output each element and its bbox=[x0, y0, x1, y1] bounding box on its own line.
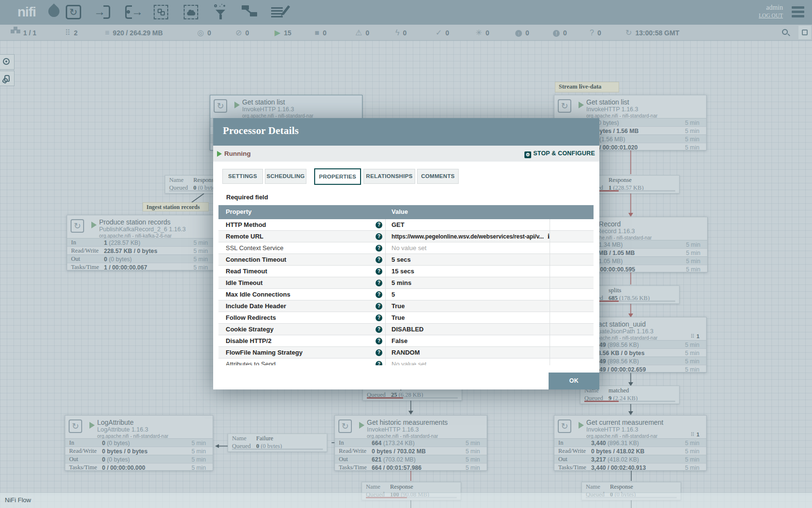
processor-type: InvokeHTTP 1.16.3 bbox=[367, 426, 419, 433]
property-row[interactable]: HTTP Method?GET bbox=[218, 219, 594, 231]
queued-icon: ≡ bbox=[105, 29, 109, 37]
connection-name: Response bbox=[609, 177, 632, 184]
property-value[interactable]: No value set bbox=[392, 244, 426, 252]
stop-and-configure-button[interactable]: ⚙STOP & CONFIGURE bbox=[524, 150, 595, 158]
property-row[interactable]: FlowFile Naming Strategy?RANDOM bbox=[218, 347, 594, 359]
property-row[interactable]: Connection Timeout?5 secs bbox=[218, 254, 594, 266]
processor-icon: ↻ bbox=[338, 419, 352, 433]
property-value[interactable]: DISABLED bbox=[392, 326, 423, 333]
processor-type: InvokeHTTP 1.16.3 bbox=[242, 106, 294, 113]
help-icon[interactable]: ? bbox=[376, 326, 382, 333]
property-name: Include Date Header bbox=[226, 302, 286, 310]
help-icon[interactable]: ? bbox=[376, 338, 382, 344]
processor[interactable]: ↻Produce station recordsPublishKafkaReco… bbox=[67, 215, 215, 270]
property-row[interactable]: Read Timeout?15 secs bbox=[218, 266, 594, 277]
stat-row: Out621 (703.02 MB)5 min bbox=[335, 455, 487, 463]
pan-button[interactable] bbox=[0, 71, 14, 86]
processor[interactable]: ↻Get current measurementInvokeHTTP 1.16.… bbox=[554, 415, 707, 471]
modified-stale-status: !0 bbox=[553, 25, 567, 41]
property-value[interactable]: GET bbox=[392, 221, 405, 228]
global-menu-icon[interactable] bbox=[792, 6, 804, 19]
template-icon[interactable] bbox=[241, 4, 259, 21]
property-row[interactable]: SSL Context Service?No value set bbox=[218, 242, 594, 254]
property-value[interactable]: No value set bbox=[392, 360, 426, 365]
up-to-date-status: ✓0 bbox=[435, 25, 449, 41]
stat-row: Read/Write0 bytes / 703.02 MB5 min bbox=[335, 447, 487, 455]
canvas-label[interactable]: Stream live-data bbox=[555, 82, 619, 92]
property-name: Cookie Strategy bbox=[226, 326, 274, 333]
running-icon bbox=[579, 422, 584, 429]
running-icon bbox=[89, 422, 95, 429]
invalid-icon: ⚠ bbox=[355, 29, 362, 37]
processor[interactable]: ↻Get historic measurementsInvokeHTTP 1.1… bbox=[334, 415, 487, 471]
property-value[interactable]: False bbox=[392, 337, 407, 344]
property-row[interactable]: Remote URL?https://www.pegelonline.wsv.d… bbox=[218, 231, 594, 242]
connection-name: Response bbox=[390, 483, 413, 491]
processor-icon[interactable]: ↻ bbox=[65, 4, 83, 21]
refresh-icon: ↻ bbox=[625, 29, 632, 37]
gear-icon: ⚙ bbox=[524, 151, 531, 158]
help-icon[interactable]: ? bbox=[376, 291, 382, 298]
bulletin-panel-button[interactable] bbox=[798, 26, 811, 39]
property-value[interactable]: 5 secs bbox=[392, 256, 411, 263]
canvas-label[interactable]: Ingest station records bbox=[143, 202, 209, 211]
tab-comments[interactable]: COMMENTS bbox=[417, 169, 459, 184]
property-row[interactable]: Attributes to Send?No value set bbox=[218, 359, 594, 365]
property-row[interactable]: Disable HTTP/2?False bbox=[218, 335, 594, 347]
breadcrumb[interactable]: NiFi Flow bbox=[5, 496, 31, 504]
birdseye-button[interactable] bbox=[0, 54, 14, 70]
tab-relationships[interactable]: RELATIONSHIPS bbox=[363, 169, 415, 184]
help-icon[interactable]: ? bbox=[376, 268, 382, 275]
property-value[interactable]: 5 bbox=[392, 291, 395, 298]
current-user: admin bbox=[766, 4, 783, 12]
processor[interactable]: ↻LogAttributeLogAttribute 1.16.3org.apac… bbox=[65, 415, 213, 471]
property-value[interactable]: 5 mins bbox=[392, 279, 411, 286]
running-icon bbox=[91, 222, 97, 228]
queue-bar bbox=[232, 448, 323, 450]
processor-type: InvokeHTTP 1.16.3 bbox=[586, 426, 638, 433]
property-row[interactable]: Max Idle Connections?5 bbox=[218, 289, 594, 300]
ok-button[interactable]: OK bbox=[549, 373, 599, 389]
property-row[interactable]: Cookie Strategy?DISABLED bbox=[218, 324, 594, 335]
running-icon bbox=[217, 151, 222, 157]
disabled-status: ϟ0 bbox=[395, 25, 406, 41]
remote-process-group-icon[interactable] bbox=[183, 4, 201, 21]
dialog-status-bar: Running ⚙STOP & CONFIGURE bbox=[213, 146, 599, 162]
connection-label[interactable]: NameFailureQueued0 (0 bytes) bbox=[228, 433, 327, 452]
tab-settings[interactable]: SETTINGS bbox=[222, 169, 263, 184]
help-icon[interactable]: ? bbox=[376, 222, 382, 228]
process-group-icon[interactable] bbox=[153, 4, 171, 21]
property-value[interactable]: RANDOM bbox=[392, 349, 420, 356]
running-icon bbox=[234, 102, 240, 108]
cluster-status: 1 / 1 bbox=[14, 25, 36, 41]
output-port-icon[interactable]: → bbox=[124, 4, 143, 21]
help-icon[interactable]: ? bbox=[376, 233, 382, 240]
search-icon[interactable] bbox=[782, 29, 788, 35]
property-name: Attributes to Send bbox=[226, 360, 276, 365]
processor-name: Get station list bbox=[586, 98, 629, 106]
property-value[interactable]: True bbox=[392, 314, 405, 321]
tab-properties[interactable]: PROPERTIES bbox=[314, 168, 361, 185]
help-icon[interactable]: ? bbox=[376, 314, 382, 321]
property-value[interactable]: True bbox=[392, 302, 405, 310]
funnel-icon[interactable] bbox=[212, 4, 230, 21]
property-row[interactable]: Follow Redirects?True bbox=[218, 312, 594, 324]
property-name: Idle Timeout bbox=[226, 279, 262, 286]
help-icon[interactable]: ? bbox=[376, 280, 382, 286]
help-icon[interactable]: ? bbox=[376, 245, 382, 252]
queue-bar bbox=[367, 397, 458, 399]
help-icon[interactable]: ? bbox=[376, 349, 382, 356]
property-value[interactable]: 15 secs bbox=[392, 268, 414, 275]
help-icon[interactable]: ? bbox=[376, 361, 382, 365]
help-icon[interactable]: ? bbox=[376, 303, 382, 310]
processor-name: Produce station records bbox=[99, 218, 171, 226]
property-value[interactable]: https://www.pegelonline.wsv.de/webservic… bbox=[392, 233, 550, 240]
help-icon[interactable]: ? bbox=[376, 256, 382, 263]
property-row[interactable]: Include Date Header?True bbox=[218, 300, 594, 312]
property-row[interactable]: Idle Timeout?5 mins bbox=[218, 277, 594, 289]
tab-scheduling[interactable]: SCHEDULING bbox=[265, 169, 306, 184]
running-status: ▶15 bbox=[275, 25, 291, 41]
label-icon[interactable] bbox=[270, 4, 289, 21]
logout-link[interactable]: LOG OUT bbox=[759, 13, 783, 18]
input-port-icon[interactable]: → bbox=[93, 4, 112, 21]
